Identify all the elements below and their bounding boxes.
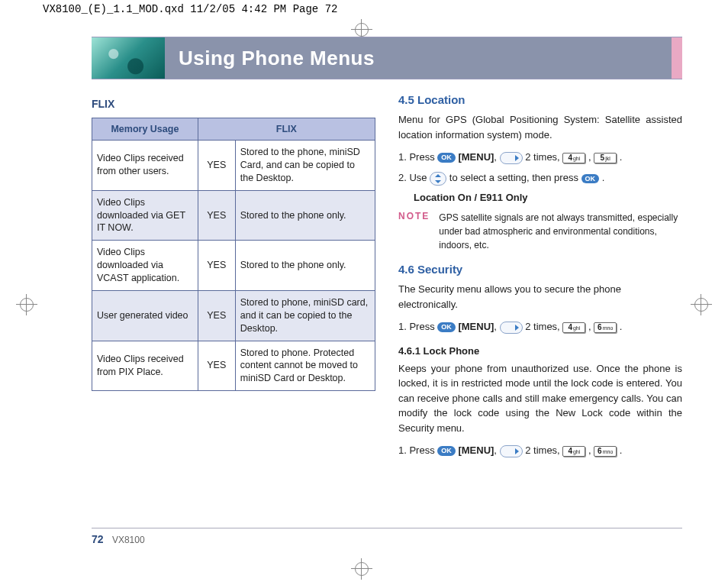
- banner-title: Using Phone Menus: [165, 37, 672, 79]
- cell-yes: YES: [198, 341, 235, 391]
- menu-label: [MENU]: [458, 151, 494, 163]
- key-4: 4ghi: [562, 322, 585, 333]
- page-footer: 72 VX8100: [92, 528, 682, 545]
- step-text: to select a setting, then press: [449, 172, 581, 183]
- cell-memory: Video Clips downloaded via VCAST applica…: [92, 241, 198, 291]
- key-6: 6mno: [594, 446, 617, 457]
- step-text: 2 times,: [525, 321, 562, 332]
- right-arrow-key-icon: [500, 322, 523, 334]
- right-column: 4.5 Location Menu for GPS (Global Positi…: [398, 93, 682, 463]
- step-text: .: [620, 151, 623, 163]
- location-option: Location On / E911 Only: [414, 190, 682, 205]
- page-number: 72: [92, 533, 104, 545]
- ok-key-icon: OK: [437, 446, 456, 456]
- cell-flix: Stored to the phone only.: [235, 241, 375, 291]
- cell-yes: YES: [198, 190, 235, 241]
- step-text: .: [620, 321, 623, 332]
- step-text: 1. Press: [398, 151, 437, 163]
- security-step-1: 1. Press OK [MENU], 2 times, 4ghi , 6mno…: [398, 318, 682, 335]
- table-row: Video Clips received from other users. Y…: [92, 141, 375, 191]
- banner-image: [92, 37, 165, 79]
- crop-mark-right: [690, 298, 713, 313]
- step-text: .: [602, 172, 605, 183]
- key-6: 6mno: [594, 322, 617, 333]
- source-file-header: VX8100_(E)_1.1_MOD.qxd 11/2/05 4:42 PM P…: [0, 0, 728, 15]
- step-text: 2 times,: [525, 151, 562, 163]
- lock-phone-text: Keeps your phone from unauthorized use. …: [398, 361, 682, 436]
- lock-phone-heading: 4.6.1 Lock Phone: [398, 345, 682, 357]
- menu-label: [MENU]: [458, 444, 494, 456]
- cell-yes: YES: [198, 290, 235, 341]
- left-column: FLIX Memory Usage FLIX Video Clips recei…: [92, 93, 375, 463]
- location-step-2: 2. Use to select a setting, then press O…: [398, 169, 682, 186]
- cell-yes: YES: [198, 141, 235, 191]
- cell-memory: User generated video: [92, 290, 198, 341]
- th-flix: FLIX: [198, 118, 375, 141]
- step-text: .: [620, 444, 623, 456]
- crop-mark-top: [350, 23, 373, 38]
- table-row: Video Clips downloaded via GET IT NOW. Y…: [92, 190, 375, 241]
- updown-key-icon: [430, 172, 446, 186]
- ok-key-icon: OK: [437, 153, 456, 163]
- key-5: 5jkl: [594, 153, 617, 163]
- lock-step-1: 1. Press OK [MENU], 2 times, 4ghi , 6mno…: [398, 441, 682, 459]
- content-area: Using Phone Menus FLIX Memory Usage FLIX…: [92, 37, 682, 554]
- th-memory: Memory Usage: [92, 118, 198, 141]
- cell-memory: Video Clips received from other users.: [92, 141, 198, 191]
- memory-usage-table: Memory Usage FLIX Video Clips received f…: [92, 118, 375, 391]
- note-label: NOTE: [398, 211, 430, 252]
- flix-heading: FLIX: [92, 98, 375, 110]
- right-arrow-key-icon: [500, 152, 523, 164]
- manual-page: VX8100_(E)_1.1_MOD.qxd 11/2/05 4:42 PM P…: [0, 0, 728, 585]
- cell-flix: Stored to phone, miniSD card, and it can…: [235, 290, 375, 341]
- table-row: Video Clips received from PIX Place. YES…: [92, 341, 375, 391]
- security-heading: 4.6 Security: [398, 263, 682, 276]
- chapter-banner: Using Phone Menus: [92, 37, 682, 79]
- step-text: ,: [588, 444, 594, 456]
- cell-flix: Stored to phone. Protected content canno…: [235, 341, 375, 391]
- cell-yes: YES: [198, 241, 235, 291]
- table-row: Video Clips downloaded via VCAST applica…: [92, 241, 375, 291]
- cell-flix: Stored to the phone, miniSD Card, and ca…: [235, 141, 375, 191]
- step-text: 1. Press: [398, 444, 437, 456]
- table-row: User generated video YES Stored to phone…: [92, 290, 375, 341]
- step-text: ,: [494, 151, 499, 163]
- cell-flix: Stored to the phone only.: [235, 190, 375, 241]
- step-text: 2 times,: [525, 444, 562, 456]
- location-intro: Menu for GPS (Global Positioning System:…: [398, 112, 682, 142]
- menu-label: [MENU]: [458, 321, 494, 332]
- location-heading: 4.5 Location: [398, 93, 682, 106]
- step-text: ,: [588, 321, 594, 332]
- note-block: NOTE GPS satellite signals are not alway…: [398, 211, 682, 252]
- step-text: 2. Use: [398, 172, 430, 183]
- ok-key-icon: OK: [581, 174, 600, 184]
- key-4: 4ghi: [562, 446, 585, 457]
- step-text: ,: [494, 444, 499, 456]
- ok-key-icon: OK: [437, 322, 456, 332]
- cell-memory: Video Clips received from PIX Place.: [92, 341, 198, 391]
- banner-tab: [672, 37, 682, 79]
- step-text: 1. Press: [398, 321, 437, 332]
- model-number: VX8100: [112, 535, 145, 545]
- key-4: 4ghi: [562, 153, 585, 163]
- crop-mark-bottom: [350, 562, 373, 577]
- crop-mark-left: [15, 298, 38, 313]
- location-step-1: 1. Press OK [MENU], 2 times, 4ghi , 5jkl…: [398, 148, 682, 166]
- step-text: ,: [588, 151, 594, 163]
- cell-memory: Video Clips downloaded via GET IT NOW.: [92, 190, 198, 241]
- note-text: GPS satellite signals are not always tra…: [439, 211, 682, 252]
- right-arrow-key-icon: [500, 445, 523, 457]
- step-text: ,: [494, 321, 499, 332]
- security-intro: The Security menu allows you to secure t…: [398, 282, 682, 312]
